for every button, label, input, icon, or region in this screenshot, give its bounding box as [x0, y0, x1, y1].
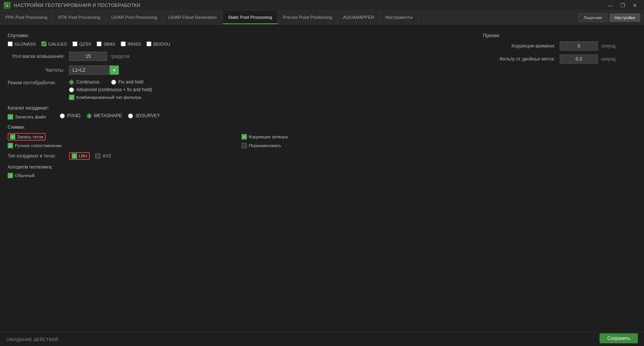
catalog-metashape[interactable]: METASHAPE: [87, 113, 122, 118]
beidou-checkbox[interactable]: [146, 41, 151, 46]
glonass-checkbox[interactable]: [8, 41, 13, 46]
satellite-qzss[interactable]: QZSS: [72, 41, 91, 46]
mode-label: Режим постобработки:: [8, 79, 69, 85]
window-controls: — ❐ ✕: [605, 2, 640, 9]
algorithm-normal-checkbox[interactable]: [8, 173, 13, 178]
save-button[interactable]: Сохранить: [600, 333, 638, 343]
nav-tabs-left: PPK Post Processing RTK Post Processing …: [0, 11, 419, 24]
coord-type-row: Тип координат в тегах: LBH XYZ: [8, 152, 460, 160]
duplicate-filter-unit: секунд: [601, 56, 616, 62]
elevation-mask-label: Угол маски возвышения:: [8, 54, 69, 59]
license-button[interactable]: Лицензия: [578, 13, 607, 22]
snapshots-section: Снимки: Запись тегов Коррекция затвора: [8, 125, 460, 148]
catalog-row: Записать файл PIX4D METASHAPE 3DSURVEY: [8, 113, 460, 121]
record-tags-highlighted: Запись тегов: [8, 133, 46, 141]
elevation-mask-input[interactable]: 15: [69, 52, 107, 61]
time-correction-unit: секунд: [601, 43, 616, 49]
qzss-checkbox[interactable]: [72, 41, 77, 46]
tab-aqua[interactable]: AQUAMAPPER: [338, 11, 380, 24]
nav-tabs-right: Лицензия Настройки: [575, 11, 644, 24]
tab-static[interactable]: Static Post Processing: [223, 11, 278, 24]
metashape-radio[interactable]: [87, 113, 92, 118]
close-button[interactable]: ✕: [629, 2, 640, 9]
main-content: Спутники: GLONASS GALILEO QZSS SBAS: [0, 25, 644, 332]
tab-tools[interactable]: Инструменты: [380, 11, 419, 24]
mode-advanced[interactable]: Advanced (continuous + fix and hold): [69, 87, 152, 92]
coord-type-options: LBH XYZ: [69, 152, 111, 160]
tab-rtk[interactable]: RTK Post Processing: [53, 11, 106, 24]
lbh-highlight-box: LBH: [69, 152, 90, 160]
irnss-checkbox[interactable]: [121, 41, 126, 46]
satellites-label: Спутники:: [8, 33, 460, 38]
combined-filter-checkbox[interactable]: [69, 95, 74, 100]
manual-match-checkbox[interactable]: [8, 143, 13, 148]
write-file-checkbox-wrap[interactable]: Записать файл: [8, 114, 46, 120]
catalog-label: Каталог координат:: [8, 105, 49, 111]
combined-filter[interactable]: Комбинированный тип фильтра: [69, 95, 152, 100]
tab-ppp[interactable]: Precise Point Positioning: [278, 11, 338, 24]
time-correction-row: Коррекция времени: секунд: [483, 41, 636, 51]
satellite-sbas[interactable]: SBAS: [97, 41, 115, 46]
status-text: ОЖИДАНИЕ ДЕЙСТВИЙ: [6, 337, 58, 342]
record-tags-wrap[interactable]: Запись тегов: [8, 133, 226, 141]
maximize-button[interactable]: ❐: [617, 2, 628, 9]
duplicate-filter-label: Фильтр от двойных меток:: [483, 56, 560, 62]
algorithm-section: Алгоритм геотегинга: Обычный: [8, 164, 460, 178]
shutter-correction-checkbox[interactable]: [242, 134, 247, 139]
sbas-checkbox[interactable]: [97, 41, 102, 46]
catalog-3dsurvey[interactable]: 3DSURVEY: [128, 113, 160, 118]
frequency-select[interactable]: L1 L2 L1+L2 L5: [69, 66, 119, 75]
main-columns: Спутники: GLONASS GALILEO QZSS SBAS: [8, 31, 636, 178]
satellite-galileo[interactable]: GALILEO: [41, 41, 67, 46]
algorithm-label: Алгоритм геотегинга:: [8, 164, 460, 170]
postprocessing-mode-section: Режим постобработки: Continuous Fix and …: [8, 79, 460, 100]
bottom-bar: ОЖИДАНИЕ ДЕЙСТВИЙ Сохранить: [0, 332, 644, 346]
xyz-checkbox[interactable]: [95, 153, 100, 159]
time-correction-input[interactable]: [560, 41, 598, 51]
mode-row-1: Continuous Fix and hold: [69, 79, 152, 87]
catalog-section-label-row: Каталог координат:: [8, 105, 460, 111]
frequency-label: Частоты:: [8, 67, 69, 73]
coord-lbh-wrap[interactable]: LBH: [69, 152, 90, 160]
coord-type-label: Тип координат в тегах:: [8, 153, 69, 159]
shutter-correction-wrap[interactable]: Коррекция затвора: [242, 133, 460, 141]
mode-options: Continuous Fix and hold Advanced (contin…: [69, 79, 152, 100]
tab-ppk[interactable]: PPK Post Processing: [0, 11, 53, 24]
snapshots-grid: Запись тегов Коррекция затвора Ручное со…: [8, 133, 460, 148]
elevation-mask-row: Угол маски возвышения: 15 градусов: [8, 52, 460, 61]
app-icon: ▲: [4, 2, 11, 9]
time-correction-label: Коррекция времени:: [483, 43, 560, 49]
record-tags-checkbox[interactable]: [10, 134, 15, 139]
pix4d-radio[interactable]: [60, 113, 65, 118]
rename-wrap[interactable]: Переименовать: [242, 143, 460, 148]
frequency-row: Частоты: L1 L2 L1+L2 L5 ▼: [8, 66, 460, 75]
duplicate-filter-input[interactable]: [560, 54, 598, 64]
manual-match-wrap[interactable]: Ручное сопоставление: [8, 143, 226, 148]
left-column: Спутники: GLONASS GALILEO QZSS SBAS: [8, 31, 460, 178]
satellite-beidou[interactable]: BEIDOU: [146, 41, 170, 46]
mode-fixhold[interactable]: Fix and hold: [111, 79, 143, 85]
nav-tabs-bar: PPK Post Processing RTK Post Processing …: [0, 11, 644, 25]
frequency-select-wrap: L1 L2 L1+L2 L5 ▼: [69, 66, 119, 75]
catalog-pix4d[interactable]: PIX4D: [60, 113, 80, 118]
satellites-row: GLONASS GALILEO QZSS SBAS IRNSS: [8, 41, 460, 46]
tab-lidar-cloud[interactable]: LiDAR Cloud Generation: [163, 11, 223, 24]
right-column: Прочее: Коррекция времени: секунд Фильтр…: [483, 31, 636, 178]
lbh-checkbox[interactable]: [72, 153, 77, 159]
galileo-checkbox[interactable]: [41, 41, 46, 46]
settings-button[interactable]: Настройки: [610, 13, 640, 22]
minimize-button[interactable]: —: [605, 2, 616, 9]
fixhold-radio[interactable]: [111, 80, 116, 85]
continuous-radio[interactable]: [69, 80, 74, 85]
coord-xyz-wrap[interactable]: XYZ: [95, 152, 111, 160]
write-file-checkbox[interactable]: [8, 114, 13, 120]
satellite-irnss[interactable]: IRNSS: [121, 41, 141, 46]
3dsurvey-radio[interactable]: [128, 113, 133, 118]
advanced-radio[interactable]: [69, 87, 74, 92]
algorithm-normal-wrap[interactable]: Обычный: [8, 173, 460, 178]
satellite-glonass[interactable]: GLONASS: [8, 41, 36, 46]
tab-lidar[interactable]: LiDAR Post Processing: [106, 11, 163, 24]
rename-checkbox[interactable]: [242, 143, 247, 148]
other-label: Прочее:: [483, 33, 636, 38]
mode-continuous[interactable]: Continuous: [69, 79, 100, 85]
